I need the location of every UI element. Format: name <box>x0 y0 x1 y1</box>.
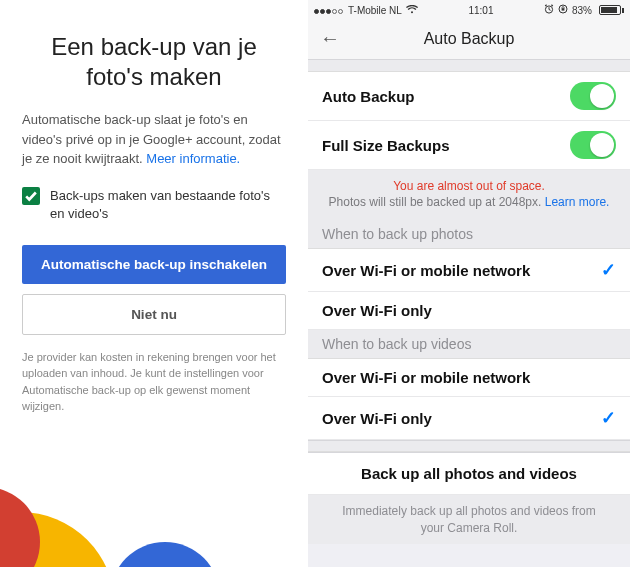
svg-rect-12 <box>562 8 565 10</box>
option-label: Over Wi-Fi or mobile network <box>322 262 530 279</box>
onboarding-dialog: Een back-up van je foto's maken Automati… <box>0 0 308 567</box>
svg-line-9 <box>545 5 546 6</box>
option-label: Over Wi-Fi or mobile network <box>322 369 530 386</box>
status-bar: T-Mobile NL 11:01 83% <box>308 0 630 18</box>
svg-line-8 <box>549 10 551 11</box>
signal-icon <box>314 5 344 16</box>
auto-backup-toggle-row[interactable]: Auto Backup <box>308 72 630 121</box>
nav-bar: ← Auto Backup <box>308 18 630 60</box>
not-now-button[interactable]: Niet nu <box>22 294 286 335</box>
learn-more-link[interactable]: Learn more. <box>545 195 610 209</box>
settings-screen: T-Mobile NL 11:01 83% ← Auto Backup <box>308 0 630 567</box>
wifi-icon <box>406 5 418 16</box>
orientation-lock-icon <box>558 4 568 16</box>
photos-option-wifi-mobile[interactable]: Over Wi-Fi or mobile network ✓ <box>308 249 630 292</box>
enable-backup-button[interactable]: Automatische back-up inschakelen <box>22 245 286 284</box>
svg-point-3 <box>110 542 220 567</box>
full-size-toggle-row[interactable]: Full Size Backups <box>308 121 630 170</box>
row-label: Full Size Backups <box>322 137 450 154</box>
checkbox-label: Back-ups maken van bestaande foto's en v… <box>50 187 286 223</box>
warning-subtitle: Photos will still be backed up at 2048px… <box>329 195 542 209</box>
action-footnote: Immediately back up all photos and video… <box>308 495 630 543</box>
warning-title: You are almost out of space. <box>324 178 614 194</box>
status-time: 11:01 <box>468 5 493 16</box>
section-header-photos: When to back up photos <box>308 220 630 249</box>
battery-pct: 83% <box>572 5 592 16</box>
carrier-label: T-Mobile NL <box>348 5 402 16</box>
svg-point-1 <box>0 487 40 567</box>
page-title: Een back-up van je foto's maken <box>22 32 286 92</box>
checkmark-icon: ✓ <box>601 407 616 429</box>
videos-option-wifi-only[interactable]: Over Wi-Fi only ✓ <box>308 397 630 440</box>
toggle-switch[interactable] <box>570 131 616 159</box>
existing-backup-checkbox-row[interactable]: Back-ups maken van bestaande foto's en v… <box>22 187 286 223</box>
videos-option-wifi-mobile[interactable]: Over Wi-Fi or mobile network <box>308 359 630 397</box>
option-label: Over Wi-Fi only <box>322 302 432 319</box>
storage-warning: You are almost out of space. Photos will… <box>308 170 630 220</box>
back-button[interactable]: ← <box>308 27 352 50</box>
checkbox-icon[interactable] <box>22 187 40 205</box>
more-info-link[interactable]: Meer informatie. <box>146 151 240 166</box>
section-header-videos: When to back up videos <box>308 330 630 359</box>
backup-all-button[interactable]: Back up all photos and videos <box>308 452 630 495</box>
svg-line-10 <box>551 5 552 6</box>
checkmark-icon: ✓ <box>601 259 616 281</box>
row-label: Auto Backup <box>322 88 415 105</box>
photos-option-wifi-only[interactable]: Over Wi-Fi only <box>308 292 630 330</box>
alarm-icon <box>544 4 554 16</box>
description: Automatische back-up slaat je foto's en … <box>22 110 286 169</box>
option-label: Over Wi-Fi only <box>322 410 432 427</box>
toggle-switch[interactable] <box>570 82 616 110</box>
battery-icon <box>596 5 624 15</box>
nav-title: Auto Backup <box>308 30 630 48</box>
